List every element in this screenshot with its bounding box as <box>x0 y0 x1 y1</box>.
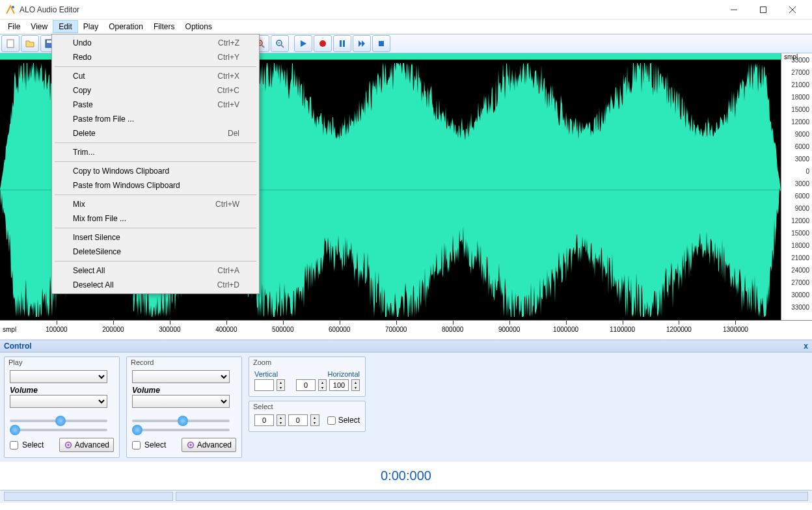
menu-item-deselect-all[interactable]: Deselect AllCtrl+D <box>53 278 258 292</box>
record-group-title: Record <box>127 357 241 368</box>
time-display: 0:00:000 <box>0 462 812 490</box>
svg-point-0 <box>12 6 14 8</box>
select-to-input[interactable] <box>288 414 308 426</box>
select-to-spinner[interactable]: ▴▾ <box>310 414 319 426</box>
record-button[interactable] <box>314 35 332 52</box>
pause-button[interactable] <box>333 35 351 52</box>
control-panel: Control x Play Volume Select Advanced <box>0 340 812 462</box>
menu-filters[interactable]: Filters <box>148 21 180 33</box>
menu-play[interactable]: Play <box>78 21 103 33</box>
menu-bar: FileViewEditPlayOperationFiltersOptions <box>0 20 812 34</box>
menu-item-delete[interactable]: DeleteDel <box>53 126 258 141</box>
select-from-input[interactable] <box>254 414 274 426</box>
svg-line-22 <box>281 45 284 47</box>
play-select-checkbox[interactable] <box>10 441 18 450</box>
play-volume-select[interactable] <box>10 395 107 408</box>
zoom-h-to-input[interactable] <box>329 379 349 391</box>
svg-line-18 <box>262 45 264 47</box>
forward-button[interactable] <box>353 35 371 52</box>
svg-rect-5 <box>7 40 14 47</box>
menu-item-trim-[interactable]: Trim... <box>53 145 258 159</box>
play-advanced-button[interactable]: Advanced <box>59 438 114 452</box>
open-button[interactable] <box>21 35 39 52</box>
menu-item-mix[interactable]: MixCtrl+W <box>53 197 258 211</box>
menu-file[interactable]: File <box>3 21 25 33</box>
close-button[interactable] <box>778 0 807 19</box>
play-volume-label: Volume <box>10 386 114 395</box>
svg-rect-27 <box>379 41 384 46</box>
amplitude-scale: smpl 33000270002100018000150001200090006… <box>781 53 812 320</box>
control-close-button[interactable]: x <box>804 342 808 351</box>
menu-item-paste-from-file-[interactable]: Paste from File ... <box>53 112 258 126</box>
menu-item-cut[interactable]: CutCtrl+X <box>53 69 258 83</box>
status-segment <box>176 492 808 501</box>
menu-item-mix-from-file-[interactable]: Mix from File ... <box>53 211 258 226</box>
record-advanced-button[interactable]: Advanced <box>182 438 236 452</box>
zoom-out-button[interactable] <box>271 35 289 52</box>
record-volume-slider[interactable] <box>132 420 230 422</box>
menu-options[interactable]: Options <box>180 21 217 33</box>
time-ruler[interactable]: smpl 10000020000030000040000050000060000… <box>0 320 812 340</box>
maximize-button[interactable] <box>748 0 778 19</box>
app-icon <box>5 5 16 15</box>
play-button[interactable] <box>294 35 312 52</box>
menu-operation[interactable]: Operation <box>103 21 148 33</box>
record-volume-label: Volume <box>132 386 236 395</box>
svg-point-32 <box>189 444 192 446</box>
record-volume-select[interactable] <box>132 395 230 408</box>
menu-item-paste[interactable]: PasteCtrl+V <box>53 98 258 112</box>
svg-point-30 <box>67 444 70 446</box>
title-bar: ALO Audio Editor <box>0 0 812 20</box>
zoom-h-from-spinner[interactable]: ▴▾ <box>318 379 327 391</box>
svg-rect-2 <box>760 7 766 12</box>
play-volume-slider[interactable] <box>10 420 107 422</box>
menu-item-select-all[interactable]: Select AllCtrl+A <box>53 263 258 278</box>
svg-rect-25 <box>340 40 342 47</box>
play-balance-slider[interactable] <box>10 429 107 431</box>
status-bar <box>0 490 812 503</box>
menu-item-redo[interactable]: RedoCtrl+Y <box>53 50 258 64</box>
gear-icon <box>64 440 73 450</box>
menu-item-paste-from-windows-clipboard[interactable]: Paste from Windows Clipboard <box>53 178 258 193</box>
gear-icon <box>186 440 195 450</box>
play-device-select[interactable] <box>10 370 107 383</box>
zoom-vertical-spinner[interactable]: ▴▾ <box>277 379 285 391</box>
zoom-horizontal-label: Horizontal <box>327 370 360 378</box>
play-group-title: Play <box>5 357 119 368</box>
window-title: ALO Audio Editor <box>20 5 719 14</box>
record-balance-slider[interactable] <box>132 429 230 431</box>
select-group-title: Select <box>249 401 365 412</box>
control-title: Control <box>4 342 32 351</box>
zoom-h-to-spinner[interactable]: ▴▾ <box>351 379 360 391</box>
zoom-group-title: Zoom <box>249 357 365 368</box>
zoom-vertical-input[interactable] <box>254 379 274 391</box>
zoom-h-from-input[interactable] <box>296 379 316 391</box>
edit-dropdown-menu: UndoCtrl+ZRedoCtrl+YCutCtrl+XCopyCtrl+CP… <box>51 34 260 294</box>
menu-item-insert-silence[interactable]: Insert Silence <box>53 230 258 245</box>
menu-item-copy-to-windows-clipboard[interactable]: Copy to Windows Clipboard <box>53 164 258 178</box>
svg-point-24 <box>319 40 326 47</box>
menu-item-undo[interactable]: UndoCtrl+Z <box>53 36 258 50</box>
menu-item-copy[interactable]: CopyCtrl+C <box>53 83 258 98</box>
record-device-select[interactable] <box>132 370 230 383</box>
menu-item-deletesilence[interactable]: DeleteSilence <box>53 245 258 259</box>
stop-button[interactable] <box>372 35 390 52</box>
select-from-spinner[interactable]: ▴▾ <box>277 414 286 426</box>
menu-edit[interactable]: Edit <box>53 20 78 33</box>
minimize-button[interactable] <box>719 0 748 19</box>
new-button[interactable] <box>1 35 20 52</box>
status-segment <box>4 492 173 501</box>
select-checkbox[interactable] <box>327 416 336 425</box>
record-select-checkbox[interactable] <box>132 441 141 450</box>
zoom-vertical-label: Vertical <box>254 370 278 378</box>
svg-rect-26 <box>343 40 345 47</box>
menu-view[interactable]: View <box>25 21 53 33</box>
